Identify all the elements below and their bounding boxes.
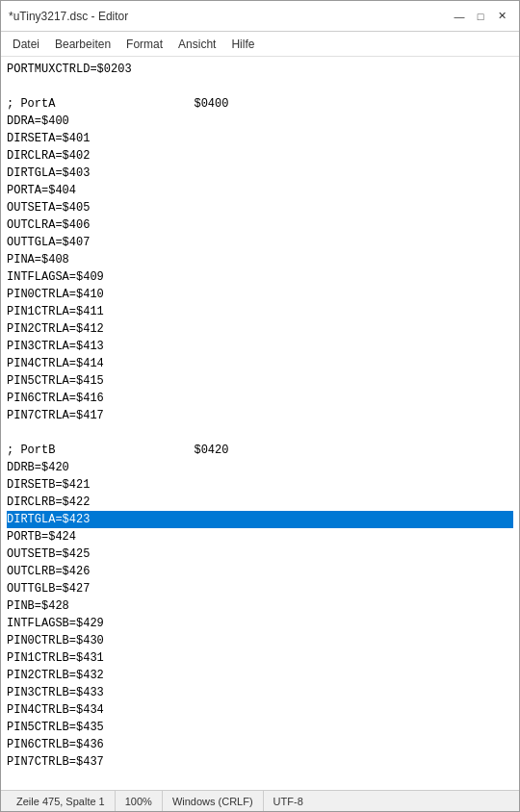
code-line[interactable]: DIRTGLA=$423 bbox=[7, 511, 513, 528]
menu-bar: Datei Bearbeiten Format Ansicht Hilfe bbox=[1, 32, 519, 57]
code-line[interactable]: OUTTGLB=$427 bbox=[7, 580, 513, 597]
code-line[interactable]: OUTCLRB=$426 bbox=[7, 563, 513, 580]
minimize-button[interactable]: — bbox=[450, 7, 469, 26]
code-line[interactable]: ; PortC $0440 bbox=[7, 788, 513, 790]
code-line[interactable]: OUTSETB=$425 bbox=[7, 546, 513, 563]
status-encoding: UTF-8 bbox=[264, 791, 313, 811]
menu-ansicht[interactable]: Ansicht bbox=[170, 35, 223, 54]
code-line[interactable]: PIN6CTRLA=$416 bbox=[7, 390, 513, 407]
window-title: *uTiny3217.dsc - Editor bbox=[9, 10, 128, 23]
code-line[interactable]: DDRB=$420 bbox=[7, 459, 513, 476]
code-line[interactable]: PIN3CTRLB=$433 bbox=[7, 684, 513, 701]
code-line[interactable]: PIN2CTRLA=$412 bbox=[7, 320, 513, 338]
code-line[interactable]: PIN0CTRLB=$430 bbox=[7, 632, 513, 649]
close-button[interactable]: ✕ bbox=[492, 7, 511, 26]
code-line[interactable]: OUTCLRA=$406 bbox=[7, 216, 513, 234]
code-line[interactable]: PIN4CTRLB=$434 bbox=[7, 701, 513, 719]
code-line[interactable] bbox=[7, 424, 513, 442]
editor-window: *uTiny3217.dsc - Editor — □ ✕ Datei Bear… bbox=[0, 0, 520, 812]
code-line[interactable]: PIN3CTRLA=$413 bbox=[7, 338, 513, 355]
menu-bearbeiten[interactable]: Bearbeiten bbox=[47, 35, 118, 54]
window-controls: — □ ✕ bbox=[450, 7, 511, 26]
status-line-ending: Windows (CRLF) bbox=[163, 791, 264, 811]
code-line[interactable]: PIN7CTRLA=$417 bbox=[7, 407, 513, 424]
code-line[interactable]: PIN5CTRLB=$435 bbox=[7, 719, 513, 736]
code-line[interactable]: ; PortA $0400 bbox=[7, 95, 513, 113]
code-line[interactable]: PIN5CTRLA=$415 bbox=[7, 372, 513, 390]
code-line[interactable]: DDRA=$400 bbox=[7, 113, 513, 130]
editor-container: PORTMUXCTRLD=$0203 ; PortA $0400DDRA=$40… bbox=[1, 57, 519, 790]
title-bar: *uTiny3217.dsc - Editor — □ ✕ bbox=[1, 1, 519, 32]
code-line[interactable]: PORTA=$404 bbox=[7, 182, 513, 199]
code-line[interactable]: PIN1CTRLB=$431 bbox=[7, 649, 513, 667]
code-line[interactable]: PORTMUXCTRLD=$0203 bbox=[7, 61, 513, 78]
code-line[interactable]: DIRSETB=$421 bbox=[7, 476, 513, 494]
menu-datei[interactable]: Datei bbox=[5, 35, 47, 54]
editor-content[interactable]: PORTMUXCTRLD=$0203 ; PortA $0400DDRA=$40… bbox=[1, 57, 519, 790]
code-line[interactable] bbox=[7, 771, 513, 788]
code-line[interactable]: PIN4CTRLA=$414 bbox=[7, 355, 513, 372]
code-line[interactable]: PORTB=$424 bbox=[7, 528, 513, 546]
code-line[interactable]: PIN7CTRLB=$437 bbox=[7, 753, 513, 771]
code-line[interactable]: INTFLAGSB=$429 bbox=[7, 615, 513, 632]
code-line[interactable]: OUTSETA=$405 bbox=[7, 199, 513, 216]
code-line[interactable]: INTFLAGSA=$409 bbox=[7, 268, 513, 286]
menu-format[interactable]: Format bbox=[118, 35, 170, 54]
status-zoom: 100% bbox=[116, 791, 163, 811]
code-line[interactable]: OUTTGLA=$407 bbox=[7, 234, 513, 251]
maximize-button[interactable]: □ bbox=[471, 7, 490, 26]
code-line[interactable]: PIN0CTRLA=$410 bbox=[7, 286, 513, 303]
code-line[interactable]: ; PortB $0420 bbox=[7, 442, 513, 459]
code-line[interactable]: PIN1CTRLA=$411 bbox=[7, 303, 513, 320]
code-line[interactable]: PINB=$428 bbox=[7, 597, 513, 615]
code-line[interactable]: DIRSETA=$401 bbox=[7, 130, 513, 147]
code-line[interactable]: DIRCLRA=$402 bbox=[7, 147, 513, 165]
menu-hilfe[interactable]: Hilfe bbox=[223, 35, 262, 54]
code-line[interactable] bbox=[7, 78, 513, 95]
code-line[interactable]: DIRCLRB=$422 bbox=[7, 494, 513, 511]
status-position: Zeile 475, Spalte 1 bbox=[7, 791, 116, 811]
code-line[interactable]: PIN2CTRLB=$432 bbox=[7, 667, 513, 684]
code-line[interactable]: DIRTGLA=$403 bbox=[7, 165, 513, 182]
code-line[interactable]: PINA=$408 bbox=[7, 251, 513, 268]
code-line[interactable]: PIN6CTRLB=$436 bbox=[7, 736, 513, 753]
status-bar: Zeile 475, Spalte 1 100% Windows (CRLF) … bbox=[1, 790, 519, 811]
